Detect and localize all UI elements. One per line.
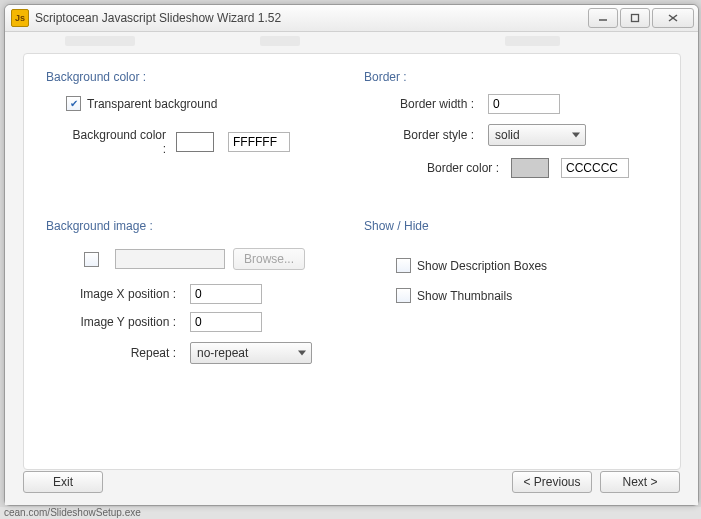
ghost-bg	[65, 36, 135, 46]
minimize-button[interactable]	[588, 8, 618, 28]
bg-color-swatch[interactable]	[176, 132, 214, 152]
border-color-swatch[interactable]	[511, 158, 549, 178]
close-icon	[667, 13, 679, 23]
image-x-label: Image X position :	[66, 287, 176, 301]
app-icon: Js	[11, 9, 29, 27]
client-area: Background color : Transparent backgroun…	[5, 32, 698, 505]
ghost-bg	[505, 36, 560, 46]
previous-button[interactable]: < Previous	[512, 471, 592, 493]
repeat-select[interactable]: no-repeat	[190, 342, 312, 364]
border-style-select[interactable]: solid	[488, 124, 586, 146]
ghost-bg	[260, 36, 300, 46]
exit-button[interactable]: Exit	[23, 471, 103, 493]
show-thumb-label: Show Thumbnails	[417, 289, 512, 303]
maximize-button[interactable]	[620, 8, 650, 28]
bg-image-path-input	[115, 249, 225, 269]
window-title: Scriptocean Javascript Slideshow Wizard …	[35, 11, 586, 25]
transparent-checkbox[interactable]	[66, 96, 81, 111]
section-border-title: Border :	[364, 70, 407, 84]
section-bg-color-title: Background color :	[46, 70, 146, 84]
repeat-select-value: no-repeat	[197, 346, 248, 360]
show-desc-label: Show Description Boxes	[417, 259, 547, 273]
transparent-label: Transparent background	[87, 97, 217, 111]
background-remnant: cean.com/SlideshowSetup.exe	[0, 507, 701, 519]
border-style-label: Border style :	[384, 128, 474, 142]
minimize-icon	[598, 13, 608, 23]
section-showhide-title: Show / Hide	[364, 219, 429, 233]
next-button[interactable]: Next >	[600, 471, 680, 493]
show-thumb-checkbox[interactable]	[396, 288, 411, 303]
bg-color-label: Background color :	[66, 128, 166, 156]
close-button[interactable]	[652, 8, 694, 28]
border-width-label: Border width :	[384, 97, 474, 111]
image-y-label: Image Y position :	[66, 315, 176, 329]
svg-rect-1	[632, 15, 639, 22]
footer-buttons: Exit < Previous Next >	[23, 471, 680, 495]
bg-image-enable-checkbox[interactable]	[84, 252, 99, 267]
maximize-icon	[630, 13, 640, 23]
border-style-value: solid	[495, 128, 520, 142]
show-desc-checkbox[interactable]	[396, 258, 411, 273]
border-color-label: Border color :	[414, 161, 499, 175]
content-panel: Background color : Transparent backgroun…	[23, 53, 681, 470]
border-width-input[interactable]	[488, 94, 560, 114]
border-color-input[interactable]	[561, 158, 629, 178]
repeat-label: Repeat :	[66, 346, 176, 360]
browse-button: Browse...	[233, 248, 305, 270]
image-y-input[interactable]	[190, 312, 262, 332]
bg-color-input[interactable]	[228, 132, 290, 152]
titlebar: Js Scriptocean Javascript Slideshow Wiza…	[5, 5, 698, 32]
image-x-input[interactable]	[190, 284, 262, 304]
section-bg-image-title: Background image :	[46, 219, 153, 233]
main-window: Js Scriptocean Javascript Slideshow Wiza…	[4, 4, 699, 506]
